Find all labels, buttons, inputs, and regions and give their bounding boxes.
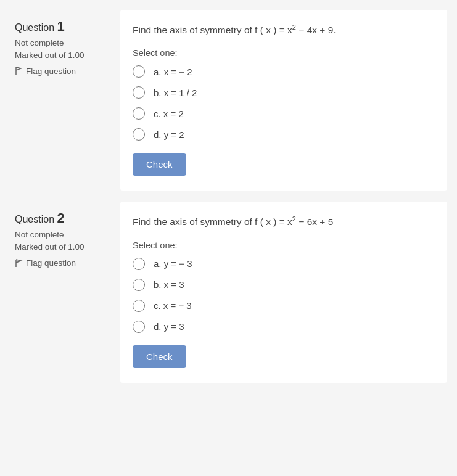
question-text-superscript: 2 xyxy=(292,215,296,223)
question-status: Not complete xyxy=(15,38,110,47)
flag-icon xyxy=(15,259,23,268)
question-marked-out-of: Marked out of 1.00 xyxy=(15,242,110,253)
option-radio-d[interactable] xyxy=(133,128,145,141)
option-label-d[interactable]: d. y = 3 xyxy=(154,321,184,332)
flag-question-button[interactable]: Flag question xyxy=(15,258,110,268)
list-item: c. x = − 3 xyxy=(133,300,430,312)
option-radio-a[interactable] xyxy=(133,65,145,78)
flag-question-label: Flag question xyxy=(26,67,76,76)
question-label: Question xyxy=(15,22,57,33)
option-label-c[interactable]: c. x = − 3 xyxy=(154,300,192,311)
option-label-b[interactable]: b. x = 3 xyxy=(154,279,184,290)
list-item: a. x = − 2 xyxy=(133,65,430,78)
question-sidebar-1: Question 1Not completeMarked out of 1.00… xyxy=(0,10,120,191)
question-main-1: Find the axis of symmetry of f ( x ) = x… xyxy=(120,10,447,191)
question-title-1: Question 1 xyxy=(15,18,110,35)
option-label-b[interactable]: b. x = 1 / 2 xyxy=(154,88,197,98)
list-item: b. x = 1 / 2 xyxy=(133,86,430,99)
options-list: a. x = − 2b. x = 1 / 2c. x = 2d. y = 2 xyxy=(133,65,430,141)
option-label-d[interactable]: d. y = 2 xyxy=(154,129,184,140)
option-label-c[interactable]: c. x = 2 xyxy=(154,109,184,119)
list-item: b. x = 3 xyxy=(133,279,430,291)
question-text: Find the axis of symmetry of f ( x ) = x… xyxy=(133,22,430,37)
question-marked-out-of: Marked out of 1.00 xyxy=(15,50,110,62)
question-text: Find the axis of symmetry of f ( x ) = x… xyxy=(133,214,430,229)
list-item: a. y = − 3 xyxy=(133,258,430,270)
question-title-2: Question 2 xyxy=(15,210,110,226)
list-item: d. y = 2 xyxy=(133,128,430,141)
list-item: d. y = 3 xyxy=(133,321,430,333)
option-radio-c[interactable] xyxy=(133,107,145,120)
question-status: Not complete xyxy=(15,230,110,239)
question-main-2: Find the axis of symmetry of f ( x ) = x… xyxy=(120,202,447,382)
flag-question-label: Flag question xyxy=(26,258,76,268)
option-radio-d[interactable] xyxy=(133,321,145,333)
flag-icon xyxy=(15,67,23,75)
question-number: 1 xyxy=(57,18,64,34)
select-one-label: Select one: xyxy=(133,240,430,250)
option-label-a[interactable]: a. x = − 2 xyxy=(154,67,192,77)
question-number: 2 xyxy=(57,210,64,226)
question-sidebar-2: Question 2Not completeMarked out of 1.00… xyxy=(0,202,120,382)
option-radio-c[interactable] xyxy=(133,300,145,312)
option-label-a[interactable]: a. y = − 3 xyxy=(154,258,192,269)
question-text-superscript: 2 xyxy=(292,23,296,31)
list-item: c. x = 2 xyxy=(133,107,430,120)
check-button[interactable]: Check xyxy=(133,345,186,368)
page: Question 1Not completeMarked out of 1.00… xyxy=(0,0,457,476)
select-one-label: Select one: xyxy=(133,48,430,58)
option-radio-a[interactable] xyxy=(133,258,145,270)
question-block-2: Question 2Not completeMarked out of 1.00… xyxy=(0,202,457,382)
question-label: Question xyxy=(15,214,57,224)
question-block-1: Question 1Not completeMarked out of 1.00… xyxy=(0,10,457,191)
flag-question-button[interactable]: Flag question xyxy=(15,67,110,76)
options-list: a. y = − 3b. x = 3c. x = − 3d. y = 3 xyxy=(133,258,430,333)
check-button[interactable]: Check xyxy=(133,153,186,176)
option-radio-b[interactable] xyxy=(133,279,145,291)
option-radio-b[interactable] xyxy=(133,86,145,99)
